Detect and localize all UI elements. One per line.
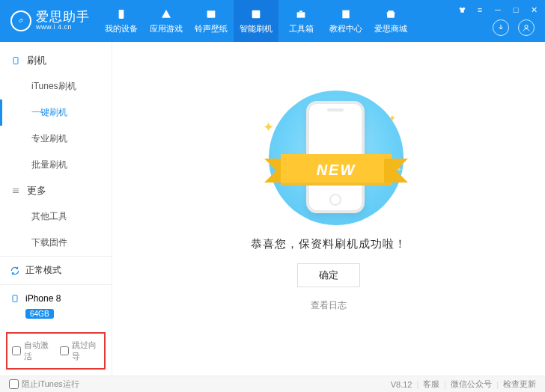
status-bar: 阻止iTunes运行 V8.12 | 客服 | 微信公众号 | 检查更新 <box>0 376 545 392</box>
nav-store[interactable]: 爱思商城 <box>368 0 413 42</box>
nav-my-device[interactable]: 我的设备 <box>99 0 144 42</box>
sidebar-item-oneclick-flash[interactable]: 一键刷机 <box>0 99 112 126</box>
nav-apps[interactable]: 应用游戏 <box>144 0 189 42</box>
check-update-link[interactable]: 检查更新 <box>503 379 536 390</box>
device-capacity: 64GB <box>25 309 54 319</box>
logo: 爱思助手 www.i 4.cn <box>0 10 99 32</box>
apps-icon <box>159 7 173 21</box>
device-info[interactable]: iPhone 8 64GB <box>0 284 112 328</box>
header: 爱思助手 www.i 4.cn 我的设备 应用游戏 铃声壁纸 智能刷机 工具箱 … <box>0 0 545 42</box>
sidebar: 刷机 iTunes刷机 一键刷机 专业刷机 批量刷机 更多 其他工具 下载固件 … <box>0 42 112 376</box>
nav-tutorials[interactable]: 教程中心 <box>323 0 368 42</box>
svg-point-6 <box>525 25 528 28</box>
confirm-button[interactable]: 确定 <box>297 263 360 287</box>
toolbox-icon <box>294 7 308 21</box>
user-controls <box>493 19 535 36</box>
brand-url: www.i 4.cn <box>36 24 90 31</box>
download-icon[interactable] <box>493 19 509 36</box>
phone-icon <box>115 7 128 21</box>
block-itunes-checkbox[interactable]: 阻止iTunes运行 <box>9 379 79 390</box>
nav: 我的设备 应用游戏 铃声壁纸 智能刷机 工具箱 教程中心 爱思商城 <box>99 0 413 42</box>
sidebar-item-download-fw[interactable]: 下载固件 <box>0 230 112 256</box>
nav-flash[interactable]: 智能刷机 <box>234 0 278 42</box>
device-mode[interactable]: 正常模式 <box>0 256 112 284</box>
skip-guide-checkbox[interactable]: 跳过向导 <box>60 340 100 362</box>
view-log-link[interactable]: 查看日志 <box>311 299 347 312</box>
success-message: 恭喜您，保资料刷机成功啦！ <box>251 237 407 251</box>
wechat-link[interactable]: 微信公众号 <box>451 379 492 390</box>
sync-icon <box>9 265 21 277</box>
sidebar-category-more: 更多 <box>0 178 112 203</box>
sidebar-item-pro-flash[interactable]: 专业刷机 <box>0 126 112 152</box>
version-label: V8.12 <box>391 380 412 389</box>
maximize-icon[interactable]: □ <box>511 4 521 15</box>
svg-rect-1 <box>207 10 216 17</box>
flash-icon <box>249 7 263 21</box>
svg-rect-2 <box>252 10 261 19</box>
support-link[interactable]: 客服 <box>423 379 439 390</box>
success-illustration: ✦ ✦ ✦ NEW <box>246 91 411 225</box>
menu-icon[interactable]: ≡ <box>475 4 485 15</box>
main-pane: ✦ ✦ ✦ NEW 恭喜您，保资料刷机成功啦！ 确定 查看日志 <box>112 42 545 376</box>
star-icon: ✦ <box>263 119 274 135</box>
store-icon <box>384 7 398 21</box>
more-icon <box>10 186 21 196</box>
svg-rect-0 <box>119 10 124 19</box>
nav-ringtones[interactable]: 铃声壁纸 <box>189 0 234 42</box>
phone-small-icon <box>9 293 21 304</box>
sidebar-item-other-tools[interactable]: 其他工具 <box>0 203 112 230</box>
svg-rect-11 <box>13 295 17 302</box>
brand-name: 爱思助手 <box>36 10 90 25</box>
nav-toolbox[interactable]: 工具箱 <box>278 0 323 42</box>
sidebar-item-itunes-flash[interactable]: iTunes刷机 <box>0 73 112 99</box>
svg-rect-3 <box>297 12 305 17</box>
new-ribbon: NEW <box>269 154 404 186</box>
device-icon <box>10 55 21 66</box>
book-icon <box>339 7 353 21</box>
svg-rect-4 <box>299 10 302 12</box>
close-icon[interactable]: ✕ <box>529 4 539 15</box>
logo-icon <box>10 10 31 31</box>
flash-options-highlight: 自动激活 跳过向导 <box>6 332 106 370</box>
user-icon[interactable] <box>518 19 535 36</box>
svg-rect-7 <box>13 58 18 64</box>
auto-activate-checkbox[interactable]: 自动激活 <box>12 340 52 362</box>
skin-icon[interactable] <box>457 4 467 15</box>
sidebar-category-flash: 刷机 <box>0 48 112 73</box>
minimize-icon[interactable]: ─ <box>493 4 503 15</box>
device-name: iPhone 8 <box>25 293 61 304</box>
star-icon: ✦ <box>389 113 396 123</box>
image-icon <box>204 7 218 21</box>
window-controls: ≡ ─ □ ✕ <box>457 4 539 15</box>
sidebar-item-batch-flash[interactable]: 批量刷机 <box>0 152 112 178</box>
svg-rect-5 <box>342 10 349 19</box>
